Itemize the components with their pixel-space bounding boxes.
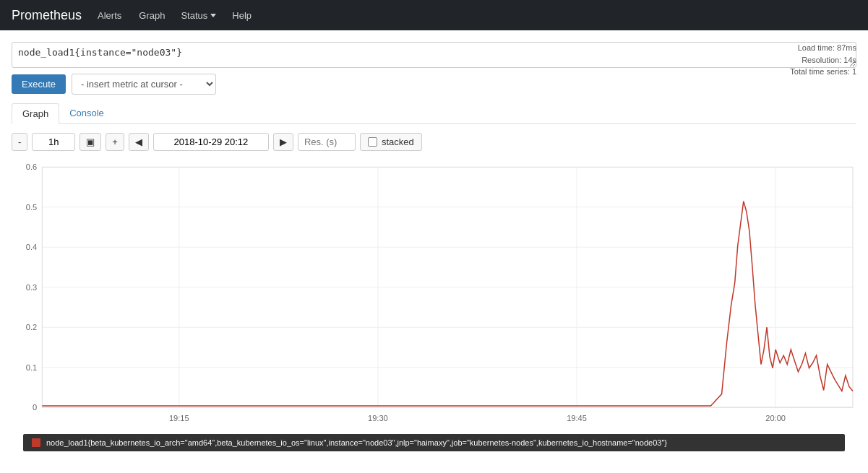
metric-select[interactable]: - insert metric at cursor - [72, 74, 216, 95]
svg-text:19:30: 19:30 [368, 414, 388, 422]
chart-container: 0.6 0.5 0.4 0.3 0.2 0.1 0 19:15 19:30 19… [12, 157, 856, 431]
tab-console[interactable]: Console [59, 103, 114, 123]
status-dropdown-icon [210, 14, 216, 17]
svg-text:20:00: 20:00 [765, 414, 786, 422]
navbar: Prometheus Alerts Graph Status Help [0, 0, 868, 30]
execute-row: Execute - insert metric at cursor - [12, 74, 856, 95]
chart-svg: 0.6 0.5 0.4 0.3 0.2 0.1 0 19:15 19:30 19… [12, 157, 856, 431]
zoom-out-button[interactable]: - [12, 133, 27, 151]
resolution: Resolution: 14s [790, 54, 856, 66]
svg-text:0.1: 0.1 [26, 363, 37, 372]
svg-text:19:15: 19:15 [169, 414, 189, 422]
legend-color [32, 438, 40, 447]
brand-logo[interactable]: Prometheus [12, 8, 82, 23]
datetime-input[interactable] [153, 133, 269, 151]
legend-text: node_load1{beta_kubernetes_io_arch="amd6… [46, 438, 667, 447]
svg-text:0.4: 0.4 [26, 243, 37, 251]
zoom-in-button[interactable]: + [106, 133, 124, 151]
query-row: Load time: 87ms Resolution: 14s Total ti… [12, 42, 856, 68]
svg-text:0.6: 0.6 [26, 162, 37, 171]
duration-input[interactable] [32, 133, 75, 151]
stacked-button[interactable]: stacked [360, 133, 422, 151]
resolution-input[interactable] [298, 133, 356, 151]
svg-text:19:45: 19:45 [567, 414, 587, 422]
panel-icon: ▣ [86, 136, 95, 147]
show-query-panel-button[interactable]: ▣ [80, 133, 101, 151]
svg-text:0.5: 0.5 [26, 203, 37, 212]
svg-text:0.2: 0.2 [26, 323, 37, 331]
svg-text:0.3: 0.3 [26, 283, 37, 292]
query-input[interactable] [12, 42, 856, 68]
graph-controls: - ▣ + ◀ ▶ stacked [12, 133, 856, 151]
stacked-label: stacked [382, 136, 414, 147]
status-nav[interactable]: Status [181, 10, 216, 21]
execute-button[interactable]: Execute [12, 74, 66, 94]
alerts-nav[interactable]: Alerts [96, 7, 123, 24]
help-nav[interactable]: Help [231, 7, 253, 24]
status-nav-label: Status [181, 10, 207, 21]
svg-text:0: 0 [33, 403, 37, 412]
total-series: Total time series: 1 [790, 66, 856, 78]
next-time-button[interactable]: ▶ [273, 133, 293, 151]
load-time: Load time: 87ms [790, 42, 856, 54]
main-content: Load time: 87ms Resolution: 14s Total ti… [0, 30, 868, 469]
prev-time-button[interactable]: ◀ [129, 133, 149, 151]
tab-graph[interactable]: Graph [12, 103, 59, 124]
load-info: Load time: 87ms Resolution: 14s Total ti… [790, 42, 856, 78]
stacked-checkbox-icon [368, 137, 377, 147]
legend-bar: node_load1{beta_kubernetes_io_arch="amd6… [23, 434, 845, 451]
tabs: Graph Console [12, 103, 856, 124]
graph-nav[interactable]: Graph [137, 7, 166, 24]
